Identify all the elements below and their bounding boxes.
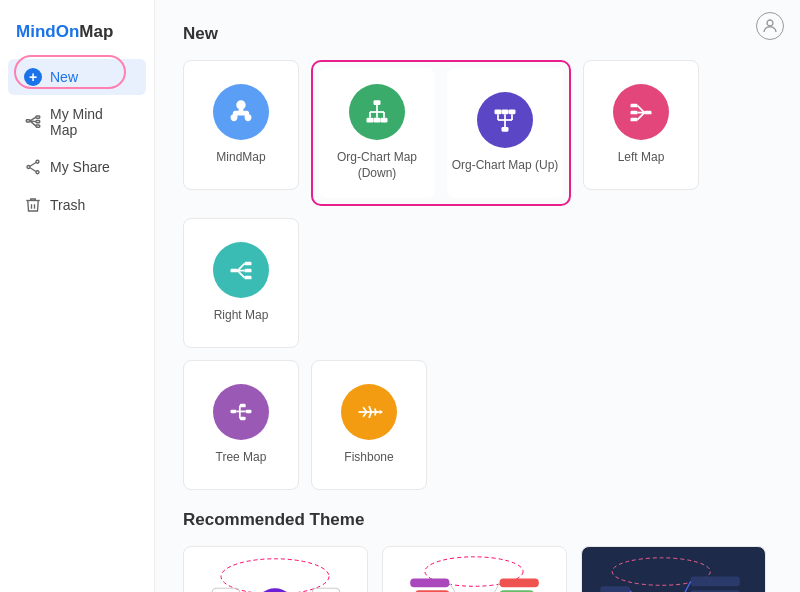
sidebar-item-my-mind-map[interactable]: My Mind Map: [8, 97, 146, 147]
svg-rect-82: [500, 578, 539, 587]
logo-area: MindOnMap: [0, 10, 154, 58]
trash-icon: [24, 196, 42, 214]
svg-rect-45: [231, 410, 237, 414]
sidebar-item-my-mind-map-label: My Mind Map: [50, 106, 130, 138]
map-card-org-up[interactable]: Org-Chart Map (Up): [447, 68, 563, 198]
svg-rect-4: [36, 125, 40, 127]
share-icon: [24, 158, 42, 176]
theme-cards-container: [183, 546, 772, 592]
svg-rect-70: [312, 588, 339, 592]
svg-rect-22: [502, 127, 509, 132]
left-map-icon-circle: [613, 84, 669, 140]
svg-rect-13: [374, 101, 381, 106]
sidebar-item-trash-label: Trash: [50, 197, 85, 213]
svg-rect-38: [231, 269, 238, 273]
org-up-label: Org-Chart Map (Up): [452, 158, 559, 174]
left-map-label: Left Map: [618, 150, 665, 166]
svg-rect-39: [245, 262, 252, 266]
sidebar-item-new-label: New: [50, 69, 78, 85]
svg-line-12: [30, 168, 36, 172]
svg-line-11: [30, 163, 36, 167]
svg-line-42: [238, 264, 245, 271]
svg-rect-3: [36, 121, 40, 123]
mindmap-label: MindMap: [216, 150, 265, 166]
recommended-theme-title: Recommended Theme: [183, 510, 772, 530]
org-down-label: Org-Chart Map (Down): [319, 150, 435, 181]
svg-line-37: [638, 113, 645, 120]
svg-line-57: [375, 409, 376, 413]
map-card-mindmap[interactable]: MindMap: [183, 60, 299, 190]
sidebar-item-trash[interactable]: Trash: [8, 187, 146, 223]
svg-point-61: [255, 588, 294, 592]
mindmap-icon-circle: [213, 84, 269, 140]
svg-rect-86: [410, 578, 449, 587]
theme-card-3[interactable]: [581, 546, 766, 592]
main-content: New MindMap Org-Chart Map (Down): [155, 0, 800, 592]
svg-line-58: [375, 412, 376, 416]
recommended-theme-section: Recommended Theme: [183, 510, 772, 592]
sidebar-item-my-share-label: My Share: [50, 159, 110, 175]
svg-rect-1: [26, 120, 30, 122]
theme-card-1[interactable]: [183, 546, 368, 592]
svg-marker-59: [380, 410, 384, 415]
svg-rect-15: [374, 118, 381, 123]
svg-point-0: [767, 20, 773, 26]
svg-rect-33: [631, 111, 638, 115]
svg-rect-16: [381, 118, 388, 123]
svg-rect-31: [645, 111, 652, 115]
svg-rect-14: [367, 118, 374, 123]
svg-point-9: [27, 166, 30, 169]
svg-rect-48: [246, 410, 252, 414]
sidebar-item-new[interactable]: + New: [8, 59, 146, 95]
map-card-right-map[interactable]: Right Map: [183, 218, 299, 348]
svg-rect-41: [245, 276, 252, 280]
tree-map-label: Tree Map: [216, 450, 267, 466]
right-map-label: Right Map: [214, 308, 269, 324]
map-card-fishbone[interactable]: Fishbone: [311, 360, 427, 490]
org-down-icon-circle: [349, 84, 405, 140]
map-card-org-down[interactable]: Org-Chart Map (Down): [319, 68, 435, 198]
map-card-tree-map[interactable]: Tree Map: [183, 360, 299, 490]
map-type-row-1: MindMap Org-Chart Map (Down) Org-Chart M…: [183, 60, 772, 348]
tree-map-icon-circle: [213, 384, 269, 440]
map-card-left-map[interactable]: Left Map: [583, 60, 699, 190]
svg-line-44: [238, 271, 245, 278]
svg-rect-2: [36, 116, 40, 118]
theme-card-2[interactable]: [382, 546, 567, 592]
svg-rect-102: [691, 576, 740, 586]
fishbone-icon-circle: [341, 384, 397, 440]
right-map-icon-circle: [213, 242, 269, 298]
map-type-row-2: Tree Map Fishbone: [183, 360, 772, 490]
org-up-icon-circle: [477, 92, 533, 148]
svg-point-8: [36, 160, 39, 163]
svg-rect-25: [509, 110, 516, 115]
svg-line-35: [638, 106, 645, 113]
svg-point-60: [221, 559, 329, 592]
plus-icon: +: [24, 68, 42, 86]
org-chart-group: Org-Chart Map (Down) Org-Chart Map (Up): [311, 60, 571, 206]
new-section-title: New: [183, 24, 772, 44]
svg-point-10: [36, 171, 39, 174]
logo: MindOnMap: [16, 22, 113, 41]
svg-rect-32: [631, 104, 638, 108]
fishbone-label: Fishbone: [344, 450, 393, 466]
svg-rect-34: [631, 118, 638, 122]
sidebar: MindOnMap + New My Mind Map: [0, 0, 155, 592]
svg-rect-62: [212, 588, 239, 592]
svg-rect-110: [600, 586, 629, 592]
svg-rect-24: [502, 110, 509, 115]
svg-rect-40: [245, 269, 252, 273]
user-icon[interactable]: [756, 12, 784, 40]
mind-map-icon: [24, 113, 42, 131]
svg-rect-23: [495, 110, 502, 115]
sidebar-item-my-share[interactable]: My Share: [8, 149, 146, 185]
